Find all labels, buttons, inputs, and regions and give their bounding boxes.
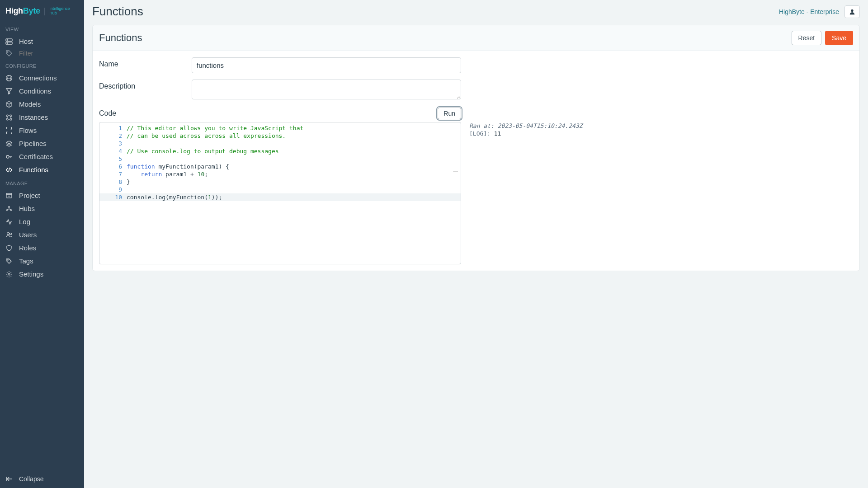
nav-filter[interactable] [0,48,84,59]
topbar: Functions HighByte - Enterprise [84,0,868,22]
user-icon [849,9,855,15]
nav-collapse-label: Collapse [19,475,43,483]
description-input[interactable] [192,80,461,99]
nav-tags-label: Tags [19,257,33,265]
nav-log[interactable]: Log [0,215,84,228]
nav-hubs[interactable]: Hubs [0,202,84,215]
gear-icon [5,271,14,278]
svg-point-4 [7,52,8,52]
layers-icon [5,140,14,147]
svg-point-8 [10,115,12,117]
nav-roles-label: Roles [19,244,36,252]
svg-point-9 [6,118,8,120]
user-button[interactable] [844,5,860,18]
name-input[interactable] [192,57,461,73]
nav-collapse[interactable]: Collapse [0,470,84,488]
nav-project-label: Project [19,192,40,199]
funnel-icon [5,88,14,95]
svg-point-18 [10,233,12,235]
fold-icon[interactable]: — [453,166,458,175]
svg-point-21 [851,9,853,11]
host-icon [5,38,14,45]
nav-roles[interactable]: Roles [0,241,84,254]
nav-models[interactable]: Models [0,98,84,111]
main: Functions HighByte - Enterprise Function… [84,0,868,488]
card-title: Functions [99,32,142,44]
nav-host[interactable]: Host [0,35,84,48]
logo-sub: IntelligenceHub [49,7,70,16]
sidebar: HighByte | IntelligenceHub VIEW Host CON… [0,0,84,488]
page-title: Functions [92,5,143,19]
logo: HighByte | IntelligenceHub [0,0,84,22]
code-icon [5,166,14,174]
collapse-icon [5,475,14,483]
nav-users-label: Users [19,231,37,239]
card-header: Functions Reset Save [93,25,859,51]
tenant[interactable]: HighByte - Enterprise [779,8,839,15]
hubs-icon [5,205,14,212]
nav-conditions-label: Conditions [19,87,51,95]
card-body: Name Description Code Run — 1// This edi… [93,51,859,271]
logo-brand: HighByte [5,6,40,16]
svg-point-19 [8,259,9,260]
nav-certificates[interactable]: Certificates [0,150,84,163]
top-right: HighByte - Enterprise [779,5,860,18]
nav-pipelines[interactable]: Pipelines [0,137,84,150]
nav-project[interactable]: Project [0,189,84,202]
save-button[interactable]: Save [825,31,853,45]
code-header: Code Run [99,108,461,119]
row-name: Name [99,57,853,73]
nav-certificates-label: Certificates [19,153,53,160]
row-description: Description [99,80,853,101]
nav-instances[interactable]: Instances [0,111,84,124]
name-label: Name [99,57,192,73]
code-label: Code [99,109,116,117]
archive-icon [5,192,14,199]
activity-icon [5,218,14,225]
output-panel: Ran at: 2023-05-04T15:10:24.243Z [LOG]: … [469,122,582,137]
nav-settings[interactable]: Settings [0,267,84,281]
nav-functions[interactable]: Functions [0,163,84,176]
svg-point-7 [6,115,8,117]
svg-point-20 [8,273,10,275]
svg-point-2 [7,39,7,40]
nav-host-label: Host [19,38,33,45]
tag-icon [5,50,14,57]
nav-users[interactable]: Users [0,228,84,241]
instances-icon [5,114,14,121]
filter-input[interactable] [19,50,79,57]
svg-point-3 [7,42,7,43]
description-label: Description [99,80,192,101]
users-icon [5,231,14,239]
logo-divider: | [44,6,46,16]
svg-point-11 [6,155,9,158]
nav-instances-label: Instances [19,113,48,121]
nav-connections-label: Connections [19,74,57,82]
code-editor[interactable]: — 1// This editor allows you to write Ja… [99,122,461,264]
nav-log-label: Log [19,218,30,225]
nav-settings-label: Settings [19,270,43,278]
nav-connections[interactable]: Connections [0,71,84,84]
section-configure: CONFIGURE [0,59,84,71]
key-icon [5,153,14,160]
section-manage: MANAGE [0,176,84,189]
svg-point-17 [7,232,9,235]
nav-functions-label: Functions [19,166,48,174]
nav-flows-label: Flows [19,127,37,134]
reset-button[interactable]: Reset [792,31,822,45]
output-log: [LOG]: 11 [469,130,582,137]
card-actions: Reset Save [792,31,854,45]
cube-icon [5,101,14,108]
svg-point-10 [10,118,12,120]
output-ran-at: Ran at: 2023-05-04T15:10:24.243Z [469,122,582,130]
nav-tags[interactable]: Tags [0,254,84,267]
nav-models-label: Models [19,100,41,108]
nav-conditions[interactable]: Conditions [0,84,84,98]
svg-point-14 [9,206,10,207]
code-run-row: — 1// This editor allows you to write Ja… [99,122,853,264]
flows-icon [5,127,14,134]
nav-hubs-label: Hubs [19,205,35,212]
functions-card: Functions Reset Save Name Description Co… [92,25,860,271]
nav-flows[interactable]: Flows [0,124,84,137]
run-button[interactable]: Run [438,108,461,119]
